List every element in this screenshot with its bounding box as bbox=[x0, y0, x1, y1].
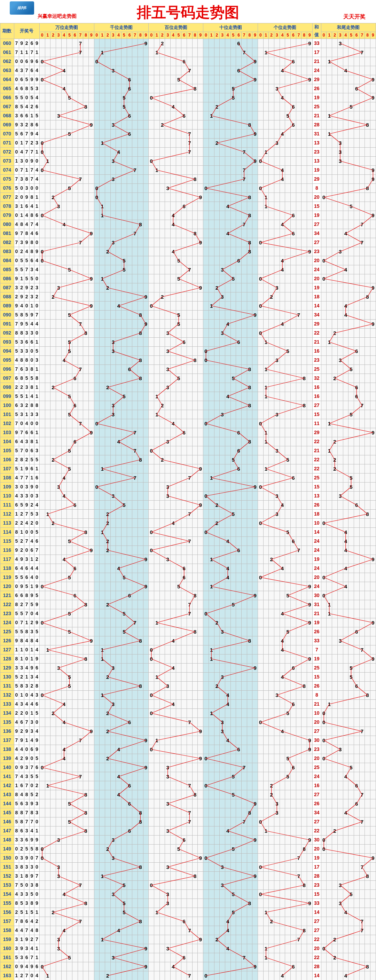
table-row: 1269848498484333 bbox=[0, 636, 376, 646]
table-row: 1027040070400111 bbox=[0, 419, 376, 428]
table-row: 1093039030390155 bbox=[0, 482, 376, 492]
table-row: 1603934139341200 bbox=[0, 944, 376, 953]
table-row: 0869155091550200 bbox=[0, 274, 376, 283]
header-group-ge: 个位走势图 bbox=[258, 23, 312, 32]
table-row: 1445639356393266 bbox=[0, 799, 376, 808]
table-row: 0757387473874299 bbox=[0, 175, 376, 184]
table-row: 0772098120981200 bbox=[0, 193, 376, 202]
table-row: 1384406944069233 bbox=[0, 745, 376, 754]
table-row: 0731309013090133 bbox=[0, 157, 376, 166]
table-row: 0634376443764244 bbox=[0, 66, 376, 75]
table-row: 1537503875038233 bbox=[0, 881, 376, 890]
table-row: 0720477104771233 bbox=[0, 148, 376, 157]
table-row: 1084771647716255 bbox=[0, 474, 376, 482]
table-row: 1174931249312199 bbox=[0, 555, 376, 564]
table-row: 0928833088330222 bbox=[0, 329, 376, 338]
subtitle-right: 天天开奖 bbox=[343, 13, 366, 21]
table-row: 1315832858328266 bbox=[0, 682, 376, 691]
table-row: 1631270412704144 bbox=[0, 971, 376, 980]
table-row: 1169206792067244 bbox=[0, 546, 376, 555]
table-row: 1354673046730200 bbox=[0, 718, 376, 727]
table-row: 0840556405564200 bbox=[0, 256, 376, 265]
table-row: 1305213452134155 bbox=[0, 673, 376, 682]
table-row: 1046438164381222 bbox=[0, 437, 376, 446]
header-sum: 和值 bbox=[312, 23, 321, 39]
table-row: 1062825528255222 bbox=[0, 455, 376, 465]
header-issue: 期数 bbox=[0, 23, 14, 39]
table-row: 1039766197661299 bbox=[0, 428, 376, 437]
table-row: 1421670216702166 bbox=[0, 781, 376, 790]
table-row: 0830248902489233 bbox=[0, 247, 376, 256]
table-row: 0882923229232188 bbox=[0, 293, 376, 301]
table-row: 1235570455704211 bbox=[0, 609, 376, 618]
table-row: 1562515125151144 bbox=[0, 908, 376, 917]
table-row: 127110141101477 bbox=[0, 646, 376, 654]
table-row: 1620949609496288 bbox=[0, 962, 376, 971]
table-row: 0804847448474277 bbox=[0, 220, 376, 229]
table-row: 1369293492934277 bbox=[0, 727, 376, 736]
table-row: 1478634186341222 bbox=[0, 826, 376, 835]
header-group-shi: 十位走势图 bbox=[203, 23, 258, 32]
table-row: 1458878388783344 bbox=[0, 808, 376, 818]
table-row: 1228275982759311 bbox=[0, 600, 376, 609]
table-row: 1394290542905200 bbox=[0, 754, 376, 763]
table-row: 0954880348803233 bbox=[0, 356, 376, 365]
table-row: 1438485284852277 bbox=[0, 790, 376, 799]
table-row: 1584474844748277 bbox=[0, 926, 376, 935]
header-tail: 和尾走势图 bbox=[321, 23, 376, 32]
table-row: 0699328693286288 bbox=[0, 121, 376, 129]
table-row: 1334344643446211 bbox=[0, 700, 376, 709]
table-row: 1132242022420100 bbox=[0, 519, 376, 528]
table-row: 1615367153671222 bbox=[0, 953, 376, 962]
table-row: 1377914979149300 bbox=[0, 736, 376, 745]
table-row: 1593192731927222 bbox=[0, 935, 376, 944]
table-row: 076503005030088 bbox=[0, 184, 376, 193]
table-row: 1104330343303133 bbox=[0, 492, 376, 501]
table-row: 0705679456794311 bbox=[0, 129, 376, 138]
table-row: 0640659906599299 bbox=[0, 75, 376, 84]
table-row: 132010430104388 bbox=[0, 691, 376, 700]
table-header: 期数 开奖号 万位走势图 千位走势图 百位走势图 十位走势图 个位走势图 和值 … bbox=[0, 23, 376, 39]
header-group-qian: 千位走势图 bbox=[94, 23, 149, 32]
table-row: 0620069600696211 bbox=[0, 57, 376, 66]
table-row: 1400937609376255 bbox=[0, 763, 376, 772]
table-row: 1006328863288277 bbox=[0, 401, 376, 410]
table-row: 1121275312753188 bbox=[0, 510, 376, 519]
table-row: 0976855868558322 bbox=[0, 374, 376, 383]
table-row: 1255583555835266 bbox=[0, 627, 376, 636]
table-row: 1465877058770277 bbox=[0, 818, 376, 826]
table-row: 0967638176381255 bbox=[0, 365, 376, 374]
table-row: 1483369933699300 bbox=[0, 835, 376, 845]
table-row: 1155274652746244 bbox=[0, 537, 376, 546]
table-row: 1500390703907199 bbox=[0, 854, 376, 863]
table-row: 1186464464644244 bbox=[0, 564, 376, 573]
table-row: 0740717407174199 bbox=[0, 166, 376, 175]
table-row: 0905859758597344 bbox=[0, 310, 376, 320]
table-row: 1558538985389333 bbox=[0, 899, 376, 908]
table-row: 1148100581005144 bbox=[0, 528, 376, 537]
table-row: 1075196151961222 bbox=[0, 465, 376, 474]
table-row: 0827398073980277 bbox=[0, 238, 376, 247]
table-row: 1240712907129199 bbox=[0, 618, 376, 627]
table-row: 0678542685426255 bbox=[0, 102, 376, 111]
header-nums: 开奖号 bbox=[14, 23, 39, 39]
table-row: 1015313353133155 bbox=[0, 410, 376, 419]
table-row: 0855573455734244 bbox=[0, 265, 376, 274]
table-row: 0665505455054199 bbox=[0, 93, 376, 102]
table-row: 0935366153661211 bbox=[0, 338, 376, 347]
page-title: 排五号码走势图 bbox=[0, 0, 376, 23]
table-row: 1490255802558200 bbox=[0, 845, 376, 854]
table-row: 0790148601486199 bbox=[0, 211, 376, 220]
table-row: 0917954479544299 bbox=[0, 320, 376, 329]
table-body: 0607926979269333061711717117117706200696… bbox=[0, 39, 376, 980]
logo-badge: 排列5 bbox=[10, 2, 34, 14]
table-row: 1288101981019199 bbox=[0, 654, 376, 663]
table-row: 0899401094010144 bbox=[0, 301, 376, 310]
table-row: 0783164131641155 bbox=[0, 202, 376, 211]
trend-table: 期数 开奖号 万位走势图 千位走势图 百位走势图 十位走势图 个位走势图 和值 … bbox=[0, 23, 376, 980]
table-row: 1055706357063211 bbox=[0, 446, 376, 455]
table-row: 0683661536615211 bbox=[0, 111, 376, 121]
table-row: 0654685346853266 bbox=[0, 84, 376, 93]
header-group-wan: 万位走势图 bbox=[39, 23, 94, 32]
table-row: 1577864278642277 bbox=[0, 917, 376, 926]
